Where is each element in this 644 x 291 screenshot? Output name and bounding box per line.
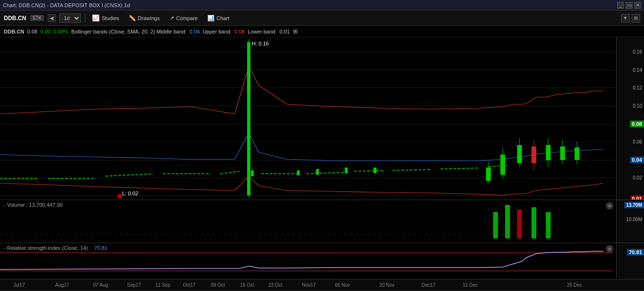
chart-container: H: 0.16 L: 0.02 0.16 0.14 0.12 0.10 0.08… <box>0 37 644 291</box>
bb-close-icon[interactable]: ✕ <box>293 29 298 34</box>
price-dash-line <box>393 169 431 170</box>
studies-button[interactable]: 📈 Studies <box>89 13 122 22</box>
time-label-dec17: Dec17 <box>422 282 436 288</box>
price-tick-002: 0.02 <box>633 175 642 180</box>
price-dash-line <box>354 170 383 171</box>
toolbar-right: ▼ ⊞ <box>621 14 640 22</box>
candle-body-spike <box>247 42 250 195</box>
candle-body <box>500 155 505 175</box>
grid-line <box>0 52 615 52</box>
price-tick-012: 0.12 <box>633 85 642 90</box>
restore-button[interactable]: ▭ <box>626 2 633 9</box>
candle-body <box>373 168 376 173</box>
time-label-07aug: 07 Aug <box>93 282 108 288</box>
expand-icon[interactable]: ⊞ <box>632 14 640 22</box>
ticker-type-badge: STK <box>30 15 44 21</box>
volume-label: - Volume : 13,700,447.00 <box>4 202 63 208</box>
studies-icon: 📈 <box>92 14 100 22</box>
price-tick-006: 0.06 <box>633 139 642 145</box>
compare-button[interactable]: ↗ Compare <box>167 14 201 22</box>
price-dash-line <box>441 168 479 169</box>
compare-label: Compare <box>176 15 198 21</box>
grid-line <box>0 70 615 70</box>
grid-line <box>0 178 615 178</box>
grid-line <box>0 142 615 142</box>
info-change-pct: 0.00% <box>54 29 68 34</box>
price-tick-016: 0.16 <box>633 49 642 55</box>
candle-body <box>345 168 348 173</box>
time-label-jul17: Jul17 <box>13 282 25 288</box>
vol-bar <box>546 212 551 238</box>
candle-body <box>546 145 551 160</box>
volume-value: 13,700,447.00 <box>29 202 63 208</box>
drawings-button[interactable]: ✏️ Drawings <box>126 14 163 22</box>
time-label-11sep: 11 Sep <box>155 282 170 288</box>
current-price-badge: 0.08 <box>630 121 644 127</box>
info-bb-desc: Bollinger bands (Close, SMA, 20, 2) Midd… <box>71 29 187 34</box>
price-tick-014: 0.14 <box>633 67 642 73</box>
price-dash-line <box>105 174 153 176</box>
price-scale: 0.16 0.14 0.12 0.10 0.08 0.06 0.04 0.02 … <box>616 37 644 200</box>
info-bb-upper: 0.08 <box>235 29 245 34</box>
time-label-sep17: Sep17 <box>127 282 141 288</box>
grid-line <box>0 195 615 196</box>
chart-icon: 📊 <box>207 15 215 22</box>
time-label-16oct: 16 Oct <box>240 282 254 288</box>
candle-body <box>316 169 319 175</box>
toolbar: DDB.CN STK ◀ 1d1h4h1w 📈 Studies ✏️ Drawi… <box>0 11 644 26</box>
close-button[interactable]: ✕ <box>634 2 641 9</box>
rsi-label-text: - Relative strength index (Close, 14) : <box>4 245 91 251</box>
candle-body <box>297 170 300 175</box>
vol-bar-red <box>517 210 522 238</box>
rsi-panel: - Relative strength index (Close, 14) : … <box>0 243 644 280</box>
bb-lower-badge: 0.01 <box>630 195 644 200</box>
time-label-25dec: 25 Dec <box>567 282 582 288</box>
vol-bar <box>493 212 498 238</box>
time-axis: Jul17 Aug17 07 Aug Sep17 11 Sep Oct17 09… <box>0 280 644 291</box>
info-bar: DDB.CN 0.08 0.00 0.00% Bollinger bands (… <box>0 26 644 37</box>
chart-button[interactable]: 📊 Chart <box>204 14 232 22</box>
bb-middle-line <box>0 133 603 161</box>
price-chart-svg <box>0 37 616 200</box>
bb-middle-badge: 0.04 <box>630 157 644 163</box>
candle-body <box>251 170 254 176</box>
time-label-aug17: Aug17 <box>56 282 69 288</box>
time-label-09oct: 09 Oct <box>211 282 225 288</box>
grid-line <box>0 106 615 106</box>
vol-scale-mid: 10.00M <box>626 217 642 222</box>
vol-scale-top: 13.70M <box>624 202 644 208</box>
time-label-06nov: 06 Nov <box>335 282 350 288</box>
rsi-value-badge: 70.81 <box>627 249 644 256</box>
info-bb-upper-label: Upper band: <box>203 29 232 34</box>
grid-line <box>0 124 615 124</box>
compare-icon: ↗ <box>169 15 174 22</box>
chart-label: Chart <box>216 15 229 21</box>
candle-body <box>575 147 579 160</box>
grid-line <box>0 88 615 88</box>
volume-panel-close[interactable]: ✕ <box>606 202 613 210</box>
rsi-line <box>0 251 603 269</box>
toolbar-divider-1 <box>85 13 85 23</box>
rsi-panel-close[interactable]: ✕ <box>606 245 613 253</box>
drawings-label: Drawings <box>138 15 160 21</box>
price-dash-line <box>220 171 239 174</box>
price-tick-010: 0.10 <box>633 103 642 109</box>
volume-panel: - Volume : 13,700,447.00 ✕ 13.70M 10.00M <box>0 200 644 243</box>
time-label-oct17: Oct17 <box>183 282 196 288</box>
time-label-nov17: Nov17 <box>302 282 316 288</box>
low-label: L: 0.02 <box>122 190 138 196</box>
price-dash-line <box>306 172 345 174</box>
settings-icon[interactable]: ▼ <box>621 14 630 22</box>
title-bar: Chart: DDB.CN(2) - DATA DEPOSIT BOX I (C… <box>0 0 644 11</box>
volume-svg <box>0 200 616 243</box>
vol-bar <box>505 205 510 238</box>
interval-select[interactable]: 1d1h4h1w <box>59 13 81 23</box>
price-dash-line <box>488 166 508 167</box>
studies-label: Studies <box>102 15 119 21</box>
candle-body <box>531 146 536 163</box>
main-chart[interactable]: H: 0.16 L: 0.02 0.16 0.14 0.12 0.10 0.08… <box>0 37 644 200</box>
minimize-button[interactable]: _ <box>617 2 624 9</box>
info-bb-middle: 0.04 <box>190 29 200 34</box>
prev-ticker-button[interactable]: ◀ <box>48 14 56 22</box>
title-bar-text: Chart: DDB.CN(2) - DATA DEPOSIT BOX I (C… <box>3 2 130 8</box>
